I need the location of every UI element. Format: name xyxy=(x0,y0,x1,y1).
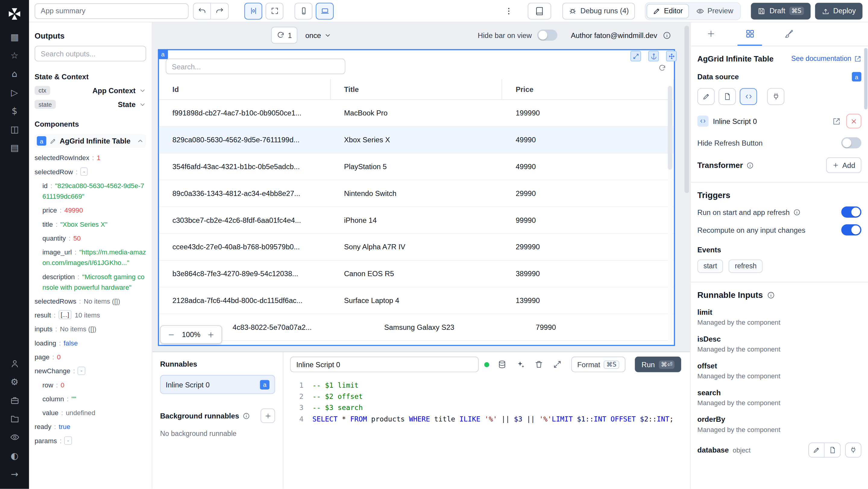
grid-column-header[interactable]: Id xyxy=(159,79,331,99)
expand-component-handle[interactable] xyxy=(630,51,641,61)
table-row[interactable]: 829ca080-5630-4562-9d5e-7611199d...Xbox … xyxy=(159,127,674,153)
database-connect-button[interactable] xyxy=(845,442,861,458)
zoom-in-button[interactable] xyxy=(207,331,215,339)
docs-button[interactable] xyxy=(528,2,552,19)
table-row[interactable]: 2128adca-7fc6-44bd-800c-dc115df6ac...Sur… xyxy=(159,287,674,314)
output-tree-item[interactable]: newChange:- xyxy=(35,365,146,378)
output-tree-item[interactable]: page:0 xyxy=(35,350,146,364)
anchor-component-handle[interactable] xyxy=(648,51,659,61)
desktop-view-button[interactable] xyxy=(316,2,334,19)
output-tree-item[interactable]: image_url:"https://m.media-amazon.com/im… xyxy=(35,245,146,270)
refresh-all-button[interactable]: 1 xyxy=(271,27,298,44)
state-row[interactable]: state State xyxy=(35,100,146,109)
gear-icon[interactable]: ⚙ xyxy=(4,373,25,391)
tab-component-settings[interactable] xyxy=(738,22,762,46)
output-tree-item[interactable]: description:"Microsoft gaming console wi… xyxy=(35,270,146,295)
output-tree-item[interactable]: quantity:50 xyxy=(35,232,146,245)
grid-search-input[interactable] xyxy=(166,59,345,74)
output-tree-item[interactable]: result:[...]10 items xyxy=(35,309,146,323)
run-on-start-toggle[interactable] xyxy=(841,207,861,218)
debug-runs-button[interactable]: Debug runs (4) xyxy=(563,2,635,19)
output-tree-item[interactable]: column:"" xyxy=(35,392,146,406)
pencil-icon[interactable] xyxy=(50,137,56,144)
grid-column-header[interactable]: Title xyxy=(331,79,502,99)
output-tree-item[interactable]: title:"Xbox Series X" xyxy=(35,218,146,232)
table-row[interactable]: f991898d-cb27-4ac7-b10c-0b9050ce1...MacB… xyxy=(159,100,674,127)
output-tree-item[interactable]: id:"829ca080-5630-4562-9d5e-7611199dc669… xyxy=(35,179,146,204)
hide-bar-toggle[interactable] xyxy=(537,30,558,41)
fullwidth-button[interactable] xyxy=(266,2,283,19)
hide-refresh-toggle[interactable] xyxy=(841,137,861,148)
redo-button[interactable] xyxy=(211,2,229,19)
add-transformer-button[interactable]: Add xyxy=(826,157,861,173)
inline-script-source-button[interactable] xyxy=(740,88,757,105)
search-outputs-input[interactable] xyxy=(35,46,146,61)
expand-editor-button[interactable] xyxy=(553,360,562,369)
output-tree-item[interactable]: selectedRow:- xyxy=(35,165,146,179)
eye-icon[interactable] xyxy=(4,428,25,447)
output-tree-item[interactable]: row:0 xyxy=(35,378,146,392)
move-component-handle[interactable] xyxy=(666,51,677,61)
component-refresh-icon[interactable] xyxy=(658,64,666,72)
collapse-rail-icon[interactable]: → xyxy=(4,465,25,483)
zoom-out-button[interactable] xyxy=(167,331,175,339)
apps-icon[interactable]: ▦ xyxy=(4,28,25,47)
run-button[interactable]: Run ⌘⏎ xyxy=(635,357,681,372)
ai-assistant-button[interactable] xyxy=(516,360,525,369)
canvas[interactable]: 1 once Hide bar on view Author faton@win… xyxy=(152,22,690,352)
output-tree-item[interactable]: ready:true xyxy=(35,420,146,434)
schedules-icon[interactable]: ▤ xyxy=(4,139,25,157)
component-output-header[interactable]: a AgGrid Infinite Table xyxy=(35,134,146,148)
output-tree-item[interactable]: price:49990 xyxy=(35,204,146,218)
table-row[interactable]: 89c0a336-1343-4812-ac34-e4bb8e27...Ninte… xyxy=(159,180,674,207)
open-script-button[interactable] xyxy=(832,117,841,125)
tab-insert-component[interactable] xyxy=(698,22,723,46)
tab-styling[interactable] xyxy=(777,22,801,46)
draft-button[interactable]: Draft ⌘S xyxy=(751,2,810,19)
runnable-item[interactable]: Inline Script 0a xyxy=(160,375,275,394)
ctx-row[interactable]: ctx App Context xyxy=(35,86,146,95)
interval-select[interactable]: once xyxy=(305,31,332,39)
table-row[interactable]: ccee43dc-27e0-40a8-b768-b09579b0...Sony … xyxy=(159,234,674,261)
info-icon[interactable] xyxy=(663,31,671,39)
database-template-button[interactable] xyxy=(825,442,841,458)
delete-script-button[interactable] xyxy=(534,360,544,369)
static-source-button[interactable] xyxy=(698,88,715,105)
variables-icon[interactable]: $ xyxy=(4,101,25,120)
table-row[interactable]: 4c83-8022-5e70a07a2...Samsung Galaxy S23… xyxy=(159,314,674,341)
add-background-runnable-button[interactable] xyxy=(260,408,275,423)
folder-icon[interactable] xyxy=(4,410,25,428)
grid-scrollbar-thumb[interactable] xyxy=(668,86,673,170)
script-name-input[interactable] xyxy=(290,357,479,372)
output-tree-item[interactable]: value:undefined xyxy=(35,406,146,420)
windmill-logo-icon[interactable] xyxy=(7,7,22,21)
canvas-scrollbar-thumb[interactable] xyxy=(684,26,689,193)
star-icon[interactable]: ☆ xyxy=(4,47,25,65)
output-tree-item[interactable]: loading:false xyxy=(35,336,146,350)
output-tree-item[interactable]: params:- xyxy=(35,434,146,448)
template-source-button[interactable] xyxy=(718,88,736,105)
grid-column-header[interactable]: Price xyxy=(502,79,674,99)
workspace-icon[interactable] xyxy=(4,391,25,410)
deploy-button[interactable]: Deploy xyxy=(815,2,862,19)
tab-preview[interactable]: Preview xyxy=(690,4,739,18)
tab-editor[interactable]: Editor xyxy=(647,4,689,18)
see-documentation-link[interactable]: See documentation xyxy=(791,55,861,62)
aggrid-component[interactable]: a IdTitlePrice f991898d-cb27-4ac7-b10c-0… xyxy=(158,49,675,346)
table-row[interactable]: b3e864c8-7fe3-4270-89e9-54c12038...Canon… xyxy=(159,261,674,287)
runs-icon[interactable]: ▷ xyxy=(4,83,25,101)
connect-source-button[interactable] xyxy=(767,88,784,105)
table-row[interactable]: c303bce7-cb2e-42c6-8fdf-6aa01fc4e4...iPh… xyxy=(159,207,674,234)
theme-toggle-icon[interactable]: ◐ xyxy=(4,447,25,465)
recompute-toggle[interactable] xyxy=(841,224,861,236)
grid-snap-button[interactable] xyxy=(244,2,262,19)
app-summary-input[interactable] xyxy=(35,3,189,19)
output-tree-item[interactable]: inputs:No items ([]) xyxy=(35,323,146,336)
settings-scrollbar-thumb[interactable] xyxy=(864,48,867,110)
output-tree-item[interactable]: selectedRowIndex:1 xyxy=(35,151,146,165)
database-button[interactable] xyxy=(498,360,507,369)
undo-button[interactable] xyxy=(193,2,211,19)
mobile-view-button[interactable] xyxy=(294,2,312,19)
user-icon[interactable] xyxy=(4,354,25,373)
code-editor[interactable]: 1234 -- $1 limit-- $2 offset-- $3 search… xyxy=(283,376,690,489)
